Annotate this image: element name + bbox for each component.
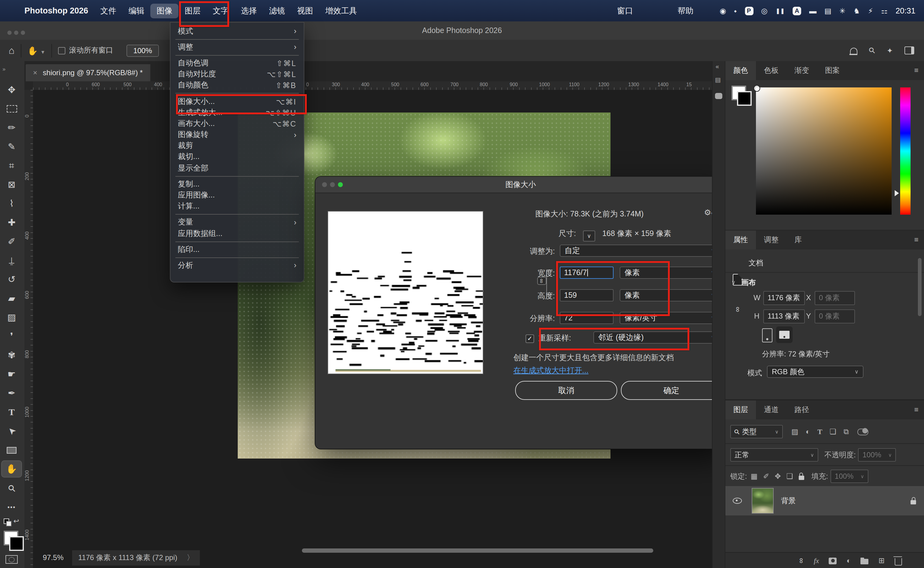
status-cat-icon[interactable]: ♞ bbox=[853, 6, 860, 15]
layers-panel-menu-icon[interactable]: ≡ bbox=[914, 405, 918, 414]
window-maximize-button[interactable] bbox=[21, 30, 25, 35]
blur-tool[interactable]: ❜ bbox=[2, 328, 21, 344]
canvas-link-icon[interactable]: ∞ bbox=[734, 307, 742, 312]
status-chevron-icon[interactable]: 〉 bbox=[187, 553, 194, 562]
notifications-bell-icon[interactable] bbox=[850, 47, 858, 53]
tab-adjustments[interactable]: 调整 bbox=[756, 231, 787, 249]
tab-patterns[interactable]: 图案 bbox=[817, 61, 848, 80]
menu-item-trim[interactable]: 裁切... bbox=[170, 152, 304, 163]
menu-item-calculations[interactable]: 计算... bbox=[170, 201, 304, 212]
tab-gradients[interactable]: 渐变 bbox=[787, 61, 817, 80]
menu-item-canvas-size[interactable]: 画布大小...⌥⌘C bbox=[170, 118, 304, 129]
menu-window[interactable]: 窗口 bbox=[617, 5, 633, 16]
fill-field[interactable]: 100% ∨ bbox=[831, 470, 868, 483]
tab-channels[interactable]: 通道 bbox=[756, 400, 787, 420]
dialog-close-button[interactable] bbox=[322, 182, 327, 187]
color-picker-field[interactable] bbox=[756, 88, 892, 215]
pen-tool[interactable]: ✒ bbox=[2, 385, 21, 401]
tab-swatches[interactable]: 色板 bbox=[756, 61, 787, 80]
status-timer-icon[interactable]: ◎ bbox=[761, 6, 767, 15]
status-stage-manager-icon[interactable]: ▤ bbox=[825, 6, 831, 15]
vertical-ruler[interactable]: 0 200 400 600 800 1000 1200 1400 bbox=[24, 90, 34, 568]
layer-name[interactable]: 背景 bbox=[781, 495, 796, 506]
menu-item-auto-tone[interactable]: 自动色调⇧⌘L bbox=[170, 58, 304, 69]
status-power-icon[interactable]: ⚡ bbox=[868, 6, 873, 15]
dialog-title-bar[interactable]: 图像大小 bbox=[315, 177, 726, 193]
new-group-icon[interactable] bbox=[861, 559, 869, 564]
filter-smart-objects-icon[interactable]: ⧉ bbox=[844, 428, 849, 436]
menu-item-mode[interactable]: 模式› bbox=[170, 26, 304, 37]
layer-row-background[interactable]: 背景 bbox=[725, 486, 924, 515]
layer-filter-type-select[interactable]: ⚲ 类型 ∨ bbox=[730, 425, 783, 438]
menu-item-variables[interactable]: 变量› bbox=[170, 217, 304, 228]
color-panel-menu-icon[interactable]: ≡ bbox=[914, 66, 918, 75]
tab-close-icon[interactable]: × bbox=[33, 68, 37, 77]
menu-item-image-rotation[interactable]: 图像旋转› bbox=[170, 129, 304, 140]
menu-item-duplicate[interactable]: 复制... bbox=[170, 179, 304, 190]
canvas-height-field[interactable]: 1113 像素 bbox=[763, 310, 805, 323]
more-tools-icon[interactable]: ••• bbox=[2, 499, 21, 515]
canvas-width-field[interactable]: 1176 像素 bbox=[763, 291, 805, 305]
menu-item-apply-image[interactable]: 应用图像... bbox=[170, 190, 304, 201]
status-fan-icon[interactable]: ✳ bbox=[840, 6, 846, 15]
properties-panel-menu-icon[interactable]: ≡ bbox=[914, 236, 918, 244]
open-generative-upscale-link[interactable]: 在生成式放大中打开... bbox=[513, 366, 588, 376]
lasso-tool[interactable]: ✎ bbox=[2, 139, 21, 155]
comments-icon[interactable] bbox=[715, 93, 722, 99]
menu-item-apply-data-set[interactable]: 应用数据组... bbox=[170, 228, 304, 239]
lock-artboard-icon[interactable]: ❏ bbox=[787, 472, 793, 480]
search-icon[interactable]: ⚲ bbox=[867, 45, 877, 56]
menu-image[interactable]: 图像 bbox=[151, 3, 179, 18]
window-minimize-button[interactable] bbox=[14, 30, 18, 35]
new-adjustment-layer-icon[interactable]: ◐ bbox=[846, 556, 851, 565]
canvas-y-field[interactable]: 0 像素 bbox=[815, 310, 855, 323]
background-color-swatch[interactable] bbox=[9, 536, 24, 551]
healing-brush-tool[interactable]: ✚ bbox=[2, 215, 21, 231]
status-toggles-icon[interactable]: ⚏ bbox=[881, 6, 888, 15]
orientation-landscape-button[interactable]: ● bbox=[776, 326, 793, 343]
clone-stamp-tool[interactable]: ⍊ bbox=[2, 252, 21, 268]
collapse-panels-icon[interactable]: « bbox=[716, 63, 719, 70]
window-close-button[interactable] bbox=[8, 30, 12, 35]
document-tab[interactable]: × shiori.png @ 97.5%(RGB/8#) * bbox=[26, 64, 150, 81]
menu-item-analysis[interactable]: 分析› bbox=[170, 260, 304, 271]
menu-item-reveal-all[interactable]: 显示全部 bbox=[170, 163, 304, 174]
menu-app-name[interactable]: Photoshop 2026 bbox=[18, 4, 94, 17]
panel-fg-bg-swatches[interactable] bbox=[731, 86, 751, 105]
delete-layer-icon[interactable] bbox=[894, 558, 902, 565]
type-tool[interactable]: T bbox=[2, 404, 21, 420]
layer-thumbnail[interactable] bbox=[752, 488, 774, 514]
status-parallels-icon[interactable]: P bbox=[745, 6, 753, 15]
resample-checkbox[interactable]: ✓ bbox=[526, 334, 534, 343]
zoom-100-button[interactable]: 100% bbox=[127, 44, 158, 57]
menu-item-auto-color[interactable]: 自动颜色⇧⌘B bbox=[170, 80, 304, 91]
color-picker-cursor[interactable] bbox=[754, 85, 760, 92]
dims-chevron-dropdown[interactable]: ∨ bbox=[583, 231, 595, 242]
layer-visibility-eye-icon[interactable] bbox=[733, 498, 742, 504]
dialog-zoom-button[interactable] bbox=[338, 182, 343, 187]
lock-all-icon[interactable] bbox=[799, 476, 804, 480]
menu-item-trap[interactable]: 陷印... bbox=[170, 244, 304, 255]
canvas-section-chevron-icon[interactable]: ∨ bbox=[731, 279, 736, 286]
lock-position-icon[interactable]: ✥ bbox=[775, 472, 781, 480]
canvas-x-field[interactable]: 0 像素 bbox=[815, 291, 855, 305]
smudge-tool[interactable]: ☛ bbox=[2, 366, 21, 382]
workspace-panel-icon[interactable] bbox=[904, 47, 914, 54]
zoom-tool[interactable]: ⚲ bbox=[2, 480, 21, 497]
filter-toggle-switch[interactable] bbox=[858, 428, 868, 435]
hue-slider[interactable] bbox=[900, 88, 910, 215]
tab-libraries[interactable]: 库 bbox=[787, 231, 810, 249]
status-columns-icon[interactable]: ❚❚ bbox=[775, 8, 785, 14]
marquee-tool[interactable] bbox=[2, 101, 21, 117]
horizontal-ruler[interactable]: 0 600 500 400 300 0 300 400 500 600 700 … bbox=[33, 81, 712, 91]
menu-file[interactable]: 文件 bbox=[94, 3, 122, 18]
dialog-minimize-button[interactable] bbox=[330, 182, 335, 187]
opacity-field[interactable]: 100% ∨ bbox=[858, 448, 896, 462]
tab-properties[interactable]: 属性 bbox=[725, 231, 756, 249]
mode-select[interactable]: RGB 颜色∨ bbox=[767, 366, 864, 378]
gradient-tool[interactable]: ▨ bbox=[2, 310, 21, 325]
history-brush-tool[interactable]: ↺ bbox=[2, 272, 21, 287]
tab-paths[interactable]: 路径 bbox=[787, 400, 817, 420]
status-activity-icon[interactable]: ◉ bbox=[720, 6, 726, 15]
menu-plugins[interactable]: 增效工具 bbox=[319, 3, 363, 18]
